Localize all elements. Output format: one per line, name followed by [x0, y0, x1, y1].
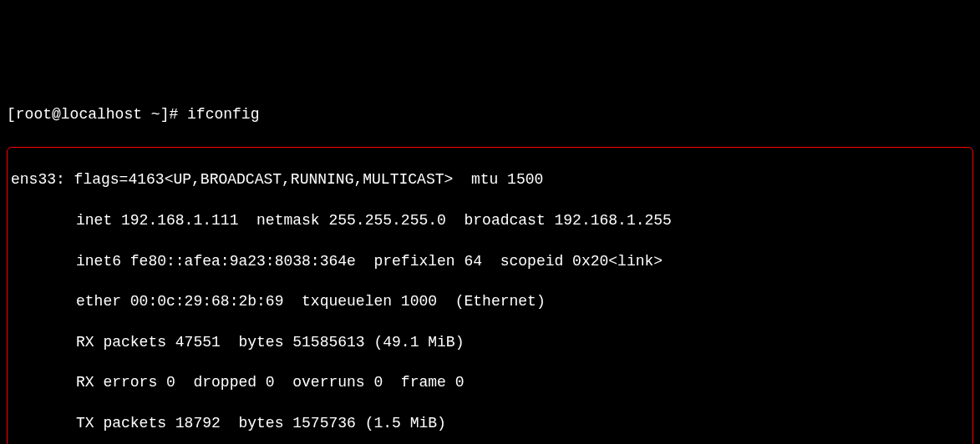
inet-line: inet 192.168.1.111 netmask 255.255.255.0…	[11, 210, 969, 230]
prompt-prefix: [root@localhost ~]#	[7, 104, 187, 124]
inet6-line: inet6 fe80::afea:9a23:8038:364e prefixle…	[11, 251, 969, 271]
terminal-output: [root@localhost ~]# ifconfig ens33: flag…	[7, 84, 973, 444]
command-text: ifconfig	[187, 104, 259, 124]
command-prompt-1[interactable]: [root@localhost ~]# ifconfig	[7, 104, 973, 124]
rx-errors-line: RX errors 0 dropped 0 overruns 0 frame 0	[11, 372, 969, 392]
highlighted-interface-block: ens33: flags=4163<UP,BROADCAST,RUNNING,M…	[7, 147, 973, 444]
tx-packets-line: TX packets 18792 bytes 1575736 (1.5 MiB)	[11, 413, 969, 433]
rx-packets-line: RX packets 47551 bytes 51585613 (49.1 Mi…	[11, 332, 969, 352]
ether-line: ether 00:0c:29:68:2b:69 txqueuelen 1000 …	[11, 291, 969, 311]
interface-header: ens33: flags=4163<UP,BROADCAST,RUNNING,M…	[11, 169, 969, 189]
